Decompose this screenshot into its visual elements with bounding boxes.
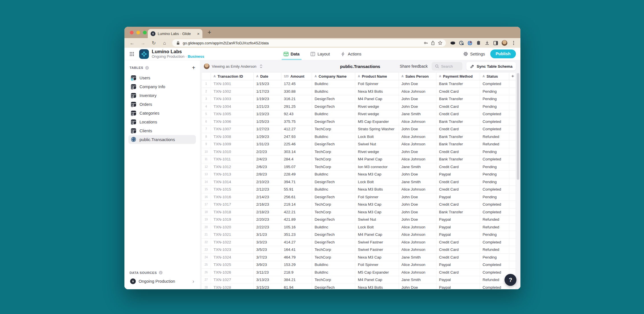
table-row[interactable]: 17TXN-10172/16/23219.14TechCorpNexa M3 C… [202,201,516,208]
sidebar-item-company-info[interactable]: Company Info [128,82,196,91]
cell-amount[interactable]: 291.25 [281,103,312,110]
publish-button[interactable]: Publish [490,49,516,58]
cell-date[interactable]: 3/3/23 [254,239,281,246]
cell-company[interactable]: DesignTech [312,178,355,186]
cell-transaction-id[interactable]: TXN-1025 [211,261,254,268]
cell-transaction-id[interactable]: TXN-1002 [211,88,254,95]
forward-icon[interactable]: → [139,41,147,46]
cell-company[interactable]: DesignTech [312,118,355,125]
cell-amount[interactable]: 218.9 [281,269,312,276]
cell-product[interactable]: M4 Panel Cap [355,276,399,284]
cell-product[interactable]: Lock Bolt [355,224,399,231]
cell-payment-method[interactable]: Credit Card [436,163,480,171]
cell-transaction-id[interactable]: TXN-1014 [211,178,254,186]
cell-product[interactable]: Nexa M3 Cap [355,171,399,178]
cell-date[interactable]: 2/22/23 [254,224,281,231]
cell-payment-method[interactable]: Credit Card [436,103,480,110]
cell-sales-person[interactable]: Alice Johnson [399,133,436,141]
table-row[interactable]: 14TXN-10142/10/23394.71DesignTechLock Bo… [202,178,516,186]
cell-product[interactable]: Swivel Nut [355,216,399,223]
cell-transaction-id[interactable]: TXN-1013 [211,171,254,178]
cell-transaction-id[interactable]: TXN-1019 [211,216,254,223]
cell-payment-method[interactable]: Bank Transfer [436,141,480,148]
cell-status[interactable]: Completed [480,80,509,88]
cell-product[interactable]: Nexa M3 Bolts [355,186,399,193]
table-row[interactable]: 11TXN-10112/4/23284.4TechCorpM4 Panel Ca… [202,156,516,163]
cell-date[interactable]: 2/8/23 [254,171,281,178]
cell-sales-person[interactable]: John Doe [399,193,436,201]
cell-date[interactable]: 3/1/23 [254,231,281,238]
cell-transaction-id[interactable]: TXN-1007 [211,125,254,133]
tab-layout[interactable]: Layout [310,48,330,60]
table-row[interactable]: 9TXN-10091/31/23225.46DesignTechSwivel N… [202,141,516,148]
cell-status[interactable]: Completed [480,284,509,290]
table-row[interactable]: 1TXN-10011/15/23172.45BuildIncFoil Spinn… [202,80,516,88]
cell-status[interactable]: Completed [480,156,509,163]
table-row[interactable]: 4TXN-10041/21/23291.25DesignTechRivet we… [202,103,516,111]
cell-company[interactable]: TechCorp [312,254,355,261]
cell-sales-person[interactable]: Jane Smith [399,178,436,186]
new-tab-button[interactable]: + [208,29,211,36]
cell-transaction-id[interactable]: TXN-1021 [211,231,254,238]
cell-sales-person[interactable]: John Doe [399,216,436,223]
cell-company[interactable]: BuildInc [312,224,355,231]
table-row[interactable]: 8TXN-10081/29/23247.93BuildIncLock BoltA… [202,133,516,141]
cell-payment-method[interactable]: Paypal [436,216,480,223]
cell-sales-person[interactable]: Alice Johnson [399,156,436,163]
cell-payment-method[interactable]: Credit Card [436,246,480,253]
cell-sales-person[interactable]: John Doe [399,201,436,208]
cell-sales-person[interactable]: John Doe [399,171,436,178]
cell-payment-method[interactable]: Credit Card [436,254,480,261]
viewing-as-selector[interactable]: Viewing as Emily Anderson [202,62,265,70]
cell-date[interactable]: 1/15/23 [254,80,281,88]
browser-menu-icon[interactable] [511,41,516,46]
cell-status[interactable]: Pending [480,163,509,171]
tab-actions[interactable]: Actions [341,48,362,60]
cell-status[interactable]: Refunded [480,133,509,141]
cell-transaction-id[interactable]: TXN-1006 [211,118,254,125]
cell-status[interactable]: Refunded [480,216,509,223]
cell-date[interactable]: 2/16/23 [254,201,281,208]
cell-product[interactable]: M4 Panel Cap [355,156,399,163]
cell-transaction-id[interactable]: TXN-1027 [211,276,254,284]
browser-tab[interactable]: Lumino Labs · Glide × [148,29,202,38]
cell-status[interactable]: Pending [480,231,509,238]
cell-company[interactable]: DesignTech [312,284,355,290]
sidebar-item-locations[interactable]: Locations [128,117,196,126]
cell-sales-person[interactable]: Jane Smith [399,254,436,261]
cell-payment-method[interactable]: Paypal [436,224,480,231]
cell-payment-method[interactable]: Credit Card [436,178,480,186]
cell-transaction-id[interactable]: TXN-1015 [211,186,254,193]
cell-sales-person[interactable]: Alice Johnson [399,224,436,231]
column-header-product-name[interactable]: AProduct Name [355,73,399,80]
cell-sales-person[interactable]: Alice Johnson [399,239,436,246]
cell-company[interactable]: DesignTech [312,216,355,223]
cell-sales-person[interactable]: Alice Johnson [399,269,436,276]
cell-date[interactable]: 3/15/23 [254,284,281,290]
cell-amount[interactable]: 464.79 [281,254,312,261]
table-row[interactable]: 16TXN-10162/14/23256.61DesignTechFoil Sp… [202,193,516,201]
cell-sales-person[interactable]: Alice Johnson [399,246,436,253]
column-header-status[interactable]: AStatus [480,73,509,80]
cell-payment-method[interactable]: Bank Transfer [436,156,480,163]
address-bar[interactable]: go.glideapps.com/app/mZtZanRToDJXszfis4S… [172,39,446,47]
cell-status[interactable]: Completed [480,269,509,276]
cell-product[interactable]: Swivel Fastner [355,239,399,246]
table-row[interactable]: 5TXN-10051/23/2392.43BuildIncRivet wedge… [202,110,516,118]
cell-status[interactable]: Pending [480,171,509,178]
cell-product[interactable]: M4 Panel Cap [355,95,399,103]
cell-status[interactable]: Pending [480,254,509,261]
cell-company[interactable]: TechCorp [312,148,355,156]
side-panel-icon[interactable] [493,41,498,46]
sidebar-item-categories[interactable]: Categories [128,109,196,117]
cell-product[interactable]: Swivel Nut [355,141,399,148]
reload-icon[interactable]: ↻ [149,41,158,46]
cell-product[interactable]: Foil Spinner [355,80,399,88]
cell-status[interactable]: Refunded [480,141,509,148]
cell-transaction-id[interactable]: TXN-1010 [211,148,254,156]
cell-transaction-id[interactable]: TXN-1003 [211,95,254,103]
cell-payment-method[interactable]: Paypal [436,276,480,284]
cell-amount[interactable]: 247.93 [281,133,312,141]
cell-sales-person[interactable]: Alice Johnson [399,118,436,125]
cell-product[interactable]: Nexa M3 Cap [355,201,399,208]
